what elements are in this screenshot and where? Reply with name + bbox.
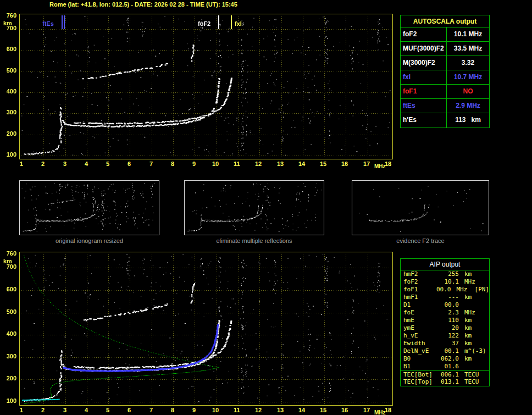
aip-row-value: 2.3 <box>437 309 459 317</box>
aip-row-label: foE <box>401 309 437 317</box>
autoscala-row-h-es: h'Es113 km <box>401 113 489 128</box>
aip-row-label: hmF2 <box>401 270 437 278</box>
x-tick-label: 8 <box>171 161 174 167</box>
thumbnail-f2-canvas <box>352 181 489 235</box>
aip-rows-container: hmF2255kmfoF210.1MHzfoF100.0MHz [PN]hmF1… <box>401 270 489 386</box>
aip-row-hmf2: hmF2255km <box>401 270 489 278</box>
aip-row-tec-top: TEC[Top]013.1TECU <box>401 378 489 386</box>
autoscala-row-value: 10.7 MHz <box>447 70 489 84</box>
autoscala-row-label: ftEs <box>401 99 447 113</box>
aip-row-label: DelN_vE <box>401 347 437 355</box>
y-tick-label: 200 <box>1 130 16 137</box>
y-tick-label: 400 <box>1 88 16 95</box>
aip-row-label: h_vE <box>401 332 437 340</box>
x-tick-label: 7 <box>149 407 153 413</box>
y-axis-unit-label: km <box>3 20 12 26</box>
y-tick-label: 100 <box>1 397 16 404</box>
x-tick-label: 18 <box>385 161 391 167</box>
aip-row-value: 013.1 <box>437 378 459 386</box>
aip-row-b1: B101.6 <box>401 363 489 370</box>
station-date-header: Rome (lat: +41.8, lon: 012.5) - DATE: 20… <box>49 1 237 8</box>
x-tick-label: 4 <box>85 407 88 413</box>
autoscala-rows-container: foF210.1 MHzMUF(3000)F233.5 MHzM(3000)F2… <box>401 27 489 128</box>
ionogram-main-canvas <box>20 14 392 159</box>
aip-output-panel: AIP output hmF2255kmfoF210.1MHzfoF100.0M… <box>400 258 490 386</box>
autoscala-row-label: foF2 <box>401 27 447 41</box>
y-axis-unit-label: km <box>3 258 12 264</box>
aip-row-value: 255 <box>437 270 459 278</box>
aip-row-value: 00.0 <box>432 286 451 294</box>
x-tick-label: 16 <box>341 161 348 167</box>
profile-plot-canvas <box>20 252 392 405</box>
y-tick-label: 600 <box>1 46 16 52</box>
x-tick-label: 8 <box>171 407 174 413</box>
autoscala-row-fof2: foF210.1 MHz <box>401 27 489 42</box>
aip-row-unit: m^(-3) <box>459 347 489 355</box>
y-tick-label: 760 <box>1 250 16 257</box>
x-tick-label: 2 <box>41 407 45 413</box>
aip-row-value: 122 <box>437 332 459 340</box>
x-tick-label: 1 <box>20 161 23 167</box>
autoscala-app-window: Rome (lat: +41.8, lon: 012.5) - DATE: 20… <box>0 0 532 415</box>
autoscala-row-fxi: fxI10.7 MHz <box>401 70 489 85</box>
autoscala-panel-title: AUTOSCALA output <box>401 15 489 27</box>
aip-row-fof2: foF210.1MHz <box>401 278 489 286</box>
aip-row-unit: MHz [PN] <box>451 286 489 294</box>
aip-row-d1: D100.0 <box>401 301 489 309</box>
y-tick-label: 760 <box>1 12 16 19</box>
x-axis-unit-label: MHz <box>374 163 386 169</box>
x-tick-label: 12 <box>255 407 262 413</box>
aip-row-label: foF1 <box>401 286 432 294</box>
x-tick-label: 17 <box>363 407 370 413</box>
y-tick-label: 300 <box>1 353 16 359</box>
marker-label-fxi: fxI <box>235 20 242 27</box>
marker-label-ftes: ftEs <box>42 20 54 27</box>
aip-row-value: 37 <box>437 340 459 347</box>
autoscala-output-panel: AUTOSCALA output foF210.1 MHzMUF(3000)F2… <box>400 15 490 128</box>
aip-row-foe: foE2.3MHz <box>401 309 489 317</box>
aip-row-value: 01.6 <box>437 363 459 370</box>
aip-row-label: B0 <box>401 355 437 363</box>
aip-row-value: 00.0 <box>437 301 459 309</box>
autoscala-row-ftes: ftEs2.9 MHz <box>401 99 489 113</box>
profile-plot <box>19 252 393 406</box>
aip-row-label: hmE <box>401 317 437 324</box>
y-tick-label: 300 <box>1 109 16 115</box>
aip-row-label: Ewidth <box>401 340 437 347</box>
aip-row-unit: TECU <box>459 371 489 378</box>
x-tick-label: 18 <box>385 407 391 413</box>
y-tick-label: 500 <box>1 67 16 74</box>
aip-row-h-ve: h_vE122km <box>401 332 489 340</box>
x-tick-label: 6 <box>128 407 131 413</box>
thumbnail-cleaned-canvas <box>185 181 324 235</box>
aip-row-ewidth: Ewidth37km <box>401 340 489 347</box>
aip-row-label: TEC[Bot] <box>401 371 437 378</box>
aip-row-unit: km <box>459 332 489 340</box>
aip-row-unit: km <box>459 340 489 347</box>
aip-row-value: 110 <box>437 317 459 324</box>
x-tick-label: 9 <box>192 161 196 167</box>
x-tick-label: 11 <box>234 407 240 413</box>
aip-row-b0: B0062.0km <box>401 355 489 363</box>
aip-row-label: foF2 <box>401 278 437 286</box>
aip-row-value: 006.1 <box>437 371 459 378</box>
x-tick-label: 2 <box>41 161 45 167</box>
aip-row-yme: ymE20km <box>401 324 489 332</box>
aip-row-unit: km <box>459 270 489 278</box>
y-tick-label: 500 <box>1 308 16 315</box>
aip-row-label: TEC[Top] <box>401 378 437 386</box>
aip-row-deln-ve: DelN_vE00.1m^(-3) <box>401 347 489 355</box>
aip-row-label: B1 <box>401 363 437 370</box>
aip-row-fof1: foF100.0MHz [PN] <box>401 286 489 294</box>
aip-row-hmf1: hmF1---km <box>401 294 489 301</box>
thumbnail-original-caption: original ionogram resized <box>19 237 159 244</box>
autoscala-row-label: MUF(3000)F2 <box>401 42 447 56</box>
x-tick-label: 15 <box>320 161 326 167</box>
aip-row-value: 062.0 <box>437 355 459 363</box>
x-tick-label: 10 <box>212 161 219 167</box>
autoscala-row-label: fxI <box>401 70 447 84</box>
x-tick-label: 9 <box>192 407 196 413</box>
thumbnail-f2-caption: evidence F2 trace <box>352 237 489 244</box>
ionogram-main-plot <box>19 14 393 159</box>
thumbnail-cleaned-ionogram <box>184 180 324 235</box>
